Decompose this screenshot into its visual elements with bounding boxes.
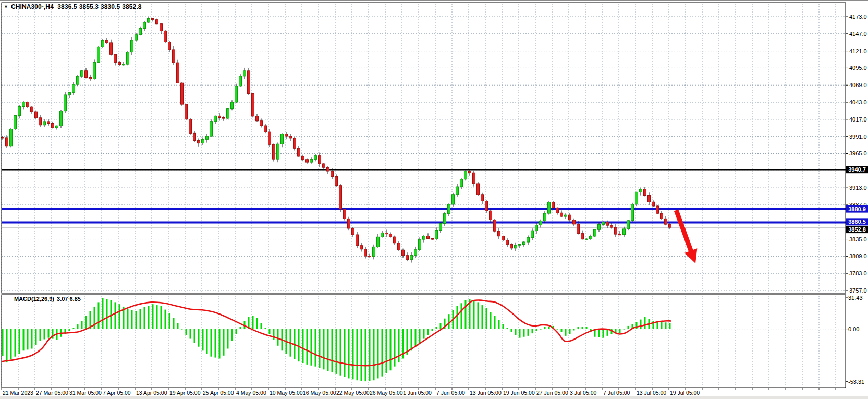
time-axis-label: 27 Jun 05:00 xyxy=(536,390,568,396)
time-axis-label: 13 Jul 05:00 xyxy=(637,390,666,396)
price-axis-label: 4095.0 xyxy=(849,65,867,71)
symbol-title: CHINA300-,H4 xyxy=(11,3,54,10)
price-axis-label: 3835.0 xyxy=(849,236,867,243)
window-bottom-edge xyxy=(0,396,868,399)
macd-indicator-label: MACD(12,26,9)3.07 6.85 xyxy=(14,296,83,302)
svg-text:3940.7: 3940.7 xyxy=(848,166,866,173)
price-axis-label: 4069.0 xyxy=(849,82,867,88)
time-axis-label: 31 Mar 05:00 xyxy=(69,390,102,396)
price-level-badge: 3880.9 xyxy=(846,205,868,213)
price-axis-label: 3757.0 xyxy=(849,287,867,294)
time-axis-label: 26 May 05:00 xyxy=(370,390,403,396)
macd-axis-label: -53.31 xyxy=(848,379,864,385)
symbol-dropdown-icon[interactable]: ▼ xyxy=(4,4,8,9)
price-level-badge: 3940.7 xyxy=(846,166,868,173)
svg-text:3860.5: 3860.5 xyxy=(848,219,866,225)
price-level-badge: 3852.8 xyxy=(846,226,868,233)
time-axis-label: 13 Apr 05:00 xyxy=(136,390,167,396)
time-axis-label: 4 May 05:00 xyxy=(236,390,266,396)
time-axis-label: 25 Apr 05:00 xyxy=(203,390,234,396)
time-axis-label: 22 May 05:00 xyxy=(336,390,370,396)
price-axis-label: 4173.0 xyxy=(849,14,867,20)
time-axis-label: 7 Jun 05:00 xyxy=(436,390,465,396)
time-axis-label: 1 Jun 05:00 xyxy=(403,390,432,396)
price-axis-label: 3965.0 xyxy=(849,150,867,156)
time-axis-label: 19 Jul 05:00 xyxy=(670,390,700,396)
macd-axis-label: 31.43 xyxy=(848,295,863,301)
macd-axis-label: 0.00 xyxy=(848,326,859,332)
price-axis-label: 4121.0 xyxy=(849,48,867,54)
price-axis-label: 3991.0 xyxy=(849,134,867,140)
time-axis-label: 16 May 05:00 xyxy=(303,390,336,396)
time-axis-label: 7 Jul 05:00 xyxy=(603,390,630,396)
price-axis-label: 3913.0 xyxy=(849,185,867,191)
time-axis-label: 19 Jun 05:00 xyxy=(503,390,535,396)
trading-chart-window: 4173.04147.04121.04095.04069.04043.04017… xyxy=(0,0,868,399)
price-axis-label: 4017.0 xyxy=(849,116,867,123)
ohlc-high: 3855.3 xyxy=(79,3,99,10)
symbol-ohlc-header: ▼CHINA300-,H4 3836.53855.33830.53852.8 xyxy=(4,3,144,10)
svg-text:3880.9: 3880.9 xyxy=(848,206,866,212)
svg-text:3852.8: 3852.8 xyxy=(848,226,866,233)
time-axis-label: 13 Jun 05:00 xyxy=(470,390,502,396)
time-axis-label: 3 Jul 05:00 xyxy=(570,390,597,396)
time-axis-label: 10 May 05:00 xyxy=(270,390,303,396)
time-axis-label: 27 Mar 05:00 xyxy=(36,390,68,396)
time-axis-label: 21 Mar 2023 xyxy=(3,390,33,396)
price-axis-label: 4043.0 xyxy=(849,99,867,105)
ohlc-open: 3836.5 xyxy=(57,3,77,10)
price-level-badge: 3860.5 xyxy=(846,218,868,225)
macd-name: MACD(12,26,9) xyxy=(14,296,54,302)
price-axis-label: 3783.0 xyxy=(849,270,867,276)
time-axis-label: 7 Apr 05:00 xyxy=(103,390,131,396)
time-axis-label: 19 Apr 05:00 xyxy=(169,390,201,396)
macd-current-values: 3.07 6.85 xyxy=(57,296,81,302)
ohlc-low: 3830.5 xyxy=(101,3,120,10)
ohlc-close: 3852.8 xyxy=(122,3,141,10)
chart-canvas[interactable]: 4173.04147.04121.04095.04069.04043.04017… xyxy=(0,1,868,399)
price-axis-label: 3809.0 xyxy=(849,253,867,259)
price-axis-label: 4147.0 xyxy=(849,31,867,37)
